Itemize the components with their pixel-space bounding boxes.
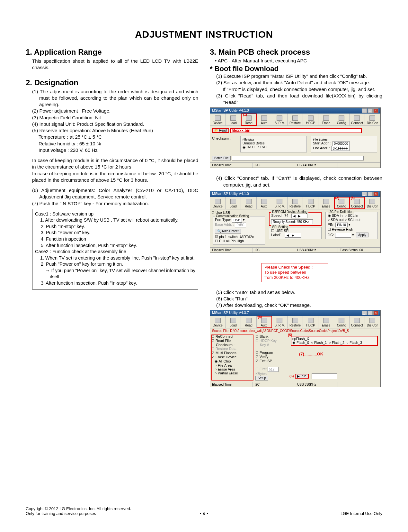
boot-heading: * Boot file Download <box>210 65 382 73</box>
tab-connect-3[interactable]: Connect <box>350 316 365 328</box>
start-addr[interactable]: 0x000000 <box>333 141 350 146</box>
i2c-status: I2C <box>253 163 296 168</box>
window-buttons-3[interactable]: _□× <box>361 311 378 315</box>
page-title: ADJUSTMENT INSTRUCTION <box>26 29 382 40</box>
ok-label: (7)...........OK <box>299 352 379 356</box>
tab-connect-2[interactable]: Connect (3) <box>350 197 365 209</box>
tab-bpv[interactable]: B. P. V. <box>272 114 288 126</box>
tab-erase-3[interactable]: Erase <box>318 316 334 328</box>
tab-read[interactable]: Read (1) <box>241 114 256 126</box>
tab-read-2[interactable]: Read <box>241 197 256 209</box>
win-title-3: MStar ISP Utility V4.3.7 <box>212 311 249 315</box>
tab-load-2[interactable]: Load <box>226 197 241 209</box>
c1-4: 4. Function inspection <box>35 236 195 243</box>
tab-erase-2[interactable]: Erase <box>318 197 334 209</box>
tab-device[interactable]: Device <box>210 114 226 126</box>
tab-erase[interactable]: Erase <box>318 114 334 126</box>
s2-p6: (6) Adjustment equipments: Color Analyze… <box>32 187 198 200</box>
batch-file-button[interactable]: Batch File <box>212 156 231 161</box>
tab-connect[interactable]: Connect <box>350 114 365 126</box>
tab-auto[interactable]: Auto <box>257 114 272 126</box>
file-path[interactable]: filexxx.bin <box>230 128 362 133</box>
s2-note1: In case of keeping module is in the circ… <box>32 157 198 170</box>
s2-p1: (1) The adjustment is according to the o… <box>32 88 198 108</box>
s2-p2: (2) Power adjustment : Free Voltage. <box>32 108 198 114</box>
screenshot-auto: MStar ISP Utility V4.3.7 _□× Device Load… <box>210 310 381 387</box>
tab-discon-2[interactable]: Dis Con <box>365 197 380 209</box>
tab-bpv-3[interactable]: B. P. V. <box>272 316 288 328</box>
run-button[interactable]: ▶ Run <box>295 374 309 379</box>
section1-heading: 1. Application Range <box>26 48 198 57</box>
auto-detect-button[interactable]: 🔍 Auto Detect <box>215 229 241 234</box>
tab-hdcp-3[interactable]: HDCP <box>303 316 318 328</box>
c1-2: 2. Push "In-stop" key. <box>35 224 195 230</box>
b7: (7) After downloading, check "OK" messag… <box>216 302 382 308</box>
c2-2a: → If you push "Power on" key, TV set wil… <box>35 268 195 280</box>
b3: (3) Click "Read" tab, and then load down… <box>216 93 382 106</box>
case1-heading: Case1 : Software version up <box>35 211 195 217</box>
window-buttons[interactable]: _□× <box>361 108 378 113</box>
b1: (1) Execute ISP program "Mstar ISP Utili… <box>216 73 382 79</box>
c1-3: 3. Push "Power on" key. <box>35 230 195 236</box>
tab-restore[interactable]: Restore <box>288 114 303 126</box>
c2-1: 1. When TV set is entering on the assemb… <box>35 255 195 261</box>
tab-hdcp-2[interactable]: HDCP <box>303 197 318 209</box>
end-addr[interactable]: 0x1FFFFF <box>331 146 350 151</box>
tab-device-2[interactable]: Device <box>210 197 226 209</box>
copyright: Copyright © 2012 LG Electronics. Inc. Al… <box>26 506 131 511</box>
tab-read-3[interactable]: Read <box>241 316 256 328</box>
left-column: 1. Application Range This specification … <box>26 48 198 387</box>
tab-restore-2[interactable]: Restore <box>288 197 303 209</box>
filestatus-label: File Status <box>313 138 328 141</box>
usb-status: USB 450KHz <box>295 163 338 168</box>
screenshot-read: MStar ISP Utility V4.1.0 _□× Device Load… <box>210 107 381 168</box>
s2-p5: (5) Reserve after operation: Above 5 Min… <box>32 127 198 134</box>
filemax-label: File Max <box>243 138 254 141</box>
section3-heading: 3. Main PCB check process <box>210 48 382 57</box>
c1-5: 5. After function inspection, Push "In-s… <box>35 243 195 249</box>
internal-use: LGE Internal Use Only <box>341 511 382 516</box>
toolbar-2[interactable]: Device Load Read Auto B. P. V. Restore H… <box>210 197 380 209</box>
b5: (5) Click "Auto" tab and set as below. <box>216 289 382 296</box>
unused-label: Unused Bytes <box>243 141 264 145</box>
tab-discon-3[interactable]: Dis Con <box>365 316 380 328</box>
speed-note: Please Check the Speed : To use speed be… <box>262 263 328 282</box>
window-buttons-2[interactable]: _□× <box>361 192 378 196</box>
case-box: Case1 : Software version up 1. After dow… <box>32 209 198 289</box>
s2-p3: (3) Magnetic Field Condition: Nil. <box>32 115 198 121</box>
anno-1: (1) <box>243 113 247 116</box>
tab-bpv-2[interactable]: B. P. V. <box>272 197 288 209</box>
tab-auto-3[interactable]: Auto (4) <box>257 316 272 328</box>
tab-auto-2[interactable]: Auto <box>257 197 272 209</box>
anno-3: (3) <box>351 196 355 200</box>
pin-select[interactable]: PIN10 <box>335 223 348 227</box>
port-type[interactable]: USB <box>232 218 242 223</box>
tab-hdcp[interactable]: HDCP <box>303 114 318 126</box>
s2-p7: (7) Push the "IN STOP" key - For memory … <box>32 200 198 207</box>
elapsed-label: Elapsed Time: <box>210 163 253 168</box>
toolbar-3[interactable]: Device Load Read Auto (4) B. P. V. Resto… <box>210 316 380 328</box>
tab-load-3[interactable]: Load <box>226 316 241 328</box>
tab-device-3[interactable]: Device <box>210 316 226 328</box>
tab-config-3[interactable]: Config <box>334 316 350 328</box>
b2: (2) Set as below, and then click "Auto D… <box>216 79 382 86</box>
tab-config[interactable]: Config <box>334 114 350 126</box>
apc-line: • APC - After Manual-Insert, executing A… <box>215 58 382 63</box>
read-button[interactable]: 📂 Read <box>212 128 229 133</box>
section1-body: This specification sheet is applied to a… <box>26 58 198 71</box>
anno-2: (2) <box>335 196 339 200</box>
tab-config-2[interactable]: Config (2) <box>334 197 350 209</box>
tab-load[interactable]: Load <box>226 114 241 126</box>
tab-discon[interactable]: Dis Con <box>365 114 380 126</box>
apply-button[interactable]: Apply <box>356 233 368 237</box>
c1-1: 1. After downloading S/W by USB , TV set… <box>35 217 195 224</box>
tab-restore-3[interactable]: Restore <box>288 316 303 328</box>
anno-4: (4) <box>258 315 262 319</box>
b2a: If "Error" is displayed, check connectio… <box>216 86 382 93</box>
c2-2: 2. Push "Power on" key for turning it on… <box>35 261 195 268</box>
case2-heading: Case2 : Function check at the assembly l… <box>35 249 195 255</box>
screenshot-config: MStar ISP Utility V4.1.0 _□× Device Load… <box>210 191 381 253</box>
toolbar[interactable]: Device Load Read (1) Auto B. P. V. Resto… <box>210 114 380 126</box>
jig-select[interactable] <box>335 233 351 238</box>
setup-button[interactable]: Setup <box>255 376 268 381</box>
